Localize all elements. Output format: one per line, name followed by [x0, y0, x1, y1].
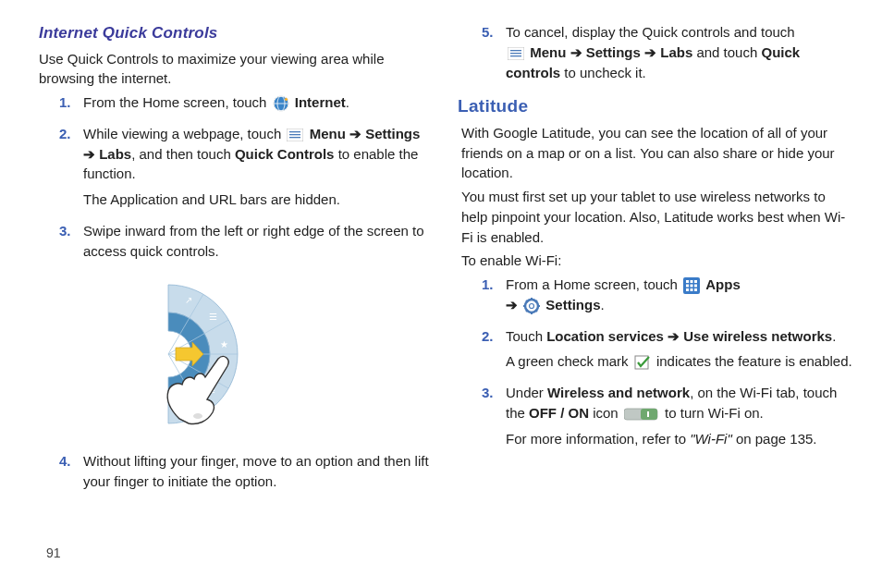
reference-text: on page 135.	[732, 431, 817, 447]
arrow-icon: ➔	[346, 126, 365, 141]
left-column: Internet Quick Controls Use Quick Contro…	[46, 18, 432, 536]
svg-point-33	[530, 303, 534, 308]
right-column: To cancel, display the Quick controls an…	[469, 18, 854, 536]
svg-rect-25	[694, 280, 697, 283]
bold-label: Menu	[530, 44, 566, 60]
latitude-paragraph-2: You must first set up your tablet to use…	[461, 187, 854, 247]
list-item: From the Home screen, touch Internet.	[59, 92, 432, 118]
bold-label: OFF / ON	[529, 405, 589, 421]
page-number: 91	[0, 545, 882, 560]
svg-rect-30	[691, 288, 693, 291]
list-item: To cancel, display the Quick controls an…	[482, 22, 854, 88]
step-text: Without lifting your finger, move to an …	[83, 451, 432, 492]
step-text: to uncheck it.	[560, 65, 646, 80]
svg-rect-23	[686, 280, 689, 283]
step-text: .	[601, 297, 605, 312]
step-text: and touch	[692, 44, 761, 60]
toggle-on-icon	[624, 407, 659, 422]
svg-rect-19	[510, 50, 521, 51]
svg-rect-2	[289, 131, 300, 132]
svg-rect-21	[510, 55, 521, 56]
svg-rect-26	[686, 285, 689, 288]
steps-list-latitude: From a Home screen, touch Apps ➔ Setting…	[469, 275, 854, 454]
list-item: From a Home screen, touch Apps ➔ Setting…	[482, 275, 854, 321]
page-content: Internet Quick Controls Use Quick Contro…	[0, 0, 882, 545]
bold-label: Settings	[365, 126, 420, 141]
settings-gear-icon	[523, 298, 540, 314]
bold-label: Wireless and network	[547, 385, 690, 400]
bold-label: Apps	[705, 276, 741, 292]
step-text: icon	[589, 405, 622, 421]
intro-paragraph: Use Quick Controls to maximize your view…	[39, 49, 432, 90]
bold-label: Menu	[310, 126, 346, 141]
step-text: .	[346, 94, 349, 110]
arrow-icon: ➔	[83, 146, 99, 162]
svg-text:★: ★	[219, 339, 227, 349]
list-item: Touch Location services ➔ Use wireless n…	[482, 326, 854, 378]
list-item: Without lifting your finger, move to an …	[59, 451, 432, 497]
step-text: To cancel, display the Quick controls an…	[506, 24, 795, 40]
bold-label: Location services	[546, 328, 664, 344]
steps-list-right-continued: To cancel, display the Quick controls an…	[469, 22, 854, 88]
step-note: indicates the feature is enabled.	[653, 353, 852, 369]
step-text: From a Home screen, touch	[506, 276, 681, 292]
reference-text: For more information, refer to	[506, 431, 690, 447]
checkmark-icon	[634, 355, 651, 370]
step-text: to turn Wi-Fi on.	[661, 405, 764, 421]
step-text: Touch	[506, 328, 546, 344]
menu-icon	[508, 47, 524, 60]
step-text: Under	[506, 385, 547, 400]
internet-icon	[273, 95, 289, 112]
steps-list-left-continued: Without lifting your finger, move to an …	[46, 451, 432, 497]
bold-label: Labs	[660, 44, 692, 60]
step-note: A green check mark	[506, 353, 632, 369]
svg-rect-20	[510, 53, 521, 54]
svg-line-41	[535, 300, 537, 302]
menu-icon	[287, 129, 303, 141]
svg-text:↗: ↗	[185, 295, 192, 305]
bold-label: Labs	[99, 146, 131, 162]
step-text: , and then touch	[131, 146, 235, 162]
heading-latitude: Latitude	[458, 93, 854, 119]
reference-link: "Wi-Fi"	[690, 431, 732, 447]
svg-rect-4	[289, 137, 300, 138]
step-text: .	[832, 328, 836, 344]
steps-list-left: From the Home screen, touch Internet. Wh…	[46, 92, 432, 266]
svg-line-39	[535, 310, 537, 312]
step-text: From the Home screen, touch	[83, 94, 271, 110]
step-text: Swipe inward from the left or right edge…	[83, 221, 432, 262]
bold-label: Use wireless networks	[683, 328, 832, 344]
svg-rect-3	[289, 134, 300, 135]
list-item: Under Wireless and network, on the Wi-Fi…	[482, 383, 854, 454]
arrow-icon: ➔	[641, 44, 660, 60]
svg-rect-45	[647, 411, 649, 417]
svg-line-40	[526, 310, 528, 312]
arrow-icon: ➔	[566, 44, 585, 60]
arrow-icon: ➔	[664, 328, 683, 344]
svg-rect-27	[691, 285, 693, 288]
svg-text:☰: ☰	[208, 312, 216, 322]
bold-label: Quick Controls	[235, 146, 335, 162]
svg-rect-31	[694, 288, 697, 291]
bold-label: Internet	[295, 94, 346, 110]
step-note: The Application and URL bars are hidden.	[83, 190, 432, 210]
list-item: Swipe inward from the left or right edge…	[59, 221, 432, 267]
list-item: While viewing a webpage, touch Menu ➔ Se…	[59, 124, 432, 215]
svg-rect-29	[686, 288, 689, 291]
svg-rect-24	[691, 280, 693, 283]
apps-icon	[683, 277, 700, 294]
step-text: While viewing a webpage, touch	[83, 126, 285, 141]
quick-controls-figure: ↗ ☰ ★ ▭ ≡ + ×	[46, 276, 432, 438]
svg-line-38	[526, 300, 528, 302]
latitude-paragraph-1: With Google Latitude, you can see the lo…	[461, 123, 854, 183]
heading-internet-quick-controls: Internet Quick Controls	[39, 22, 432, 45]
bold-label: Settings	[545, 297, 600, 312]
svg-rect-28	[694, 285, 697, 288]
arrow-icon: ➔	[506, 297, 521, 312]
bold-label: Settings	[586, 44, 641, 60]
latitude-paragraph-3: To enable Wi-Fi:	[461, 251, 854, 271]
svg-point-17	[193, 413, 202, 419]
svg-rect-42	[635, 356, 648, 369]
